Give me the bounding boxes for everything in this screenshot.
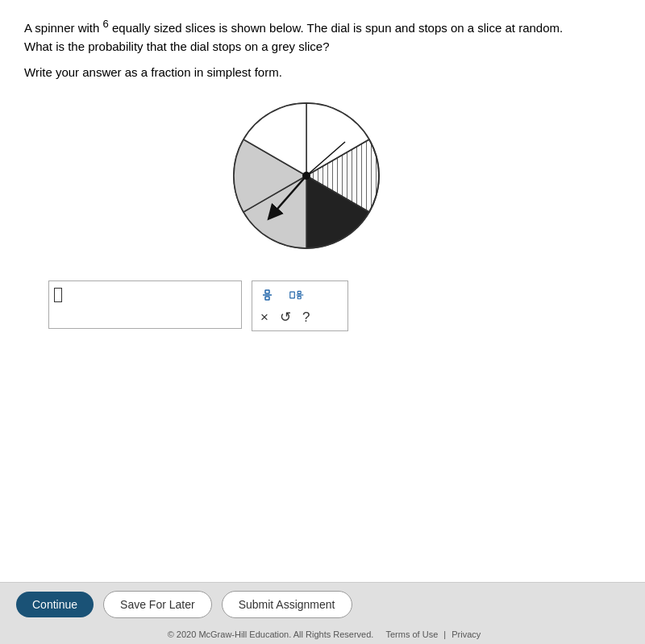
math-toolbar: × ↺ ? (252, 280, 348, 331)
svg-rect-8 (265, 297, 269, 300)
copyright-text: © 2020 McGraw-Hill Education. All Rights… (168, 629, 374, 639)
clear-button[interactable]: × (260, 310, 268, 326)
toolbar-row-2: × ↺ ? (260, 309, 339, 326)
terms-link[interactable]: Terms of Use (385, 629, 438, 639)
pipe-separator: | (443, 629, 448, 639)
instruction-text: Write your answer as a fraction in simpl… (24, 65, 589, 79)
spinner-svg (226, 95, 387, 256)
help-label: ? (302, 310, 310, 326)
cursor-icon (54, 288, 62, 302)
svg-point-5 (302, 172, 310, 180)
undo-button[interactable]: ↺ (280, 309, 291, 326)
svg-rect-9 (290, 292, 295, 298)
fraction-button[interactable] (260, 286, 278, 304)
submit-assignment-button[interactable]: Submit Assignment (222, 591, 352, 618)
help-button[interactable]: ? (302, 310, 310, 326)
save-for-later-button[interactable]: Save For Later (103, 591, 212, 618)
mixed-number-icon (289, 286, 307, 304)
undo-label: ↺ (280, 309, 291, 326)
spinner-container (24, 95, 589, 256)
question-text: A spinner with 6 equally sized slices is… (24, 16, 589, 56)
svg-rect-10 (298, 291, 301, 293)
fraction-icon (260, 286, 278, 304)
num-slices: 6 (103, 18, 109, 30)
toolbar-row-1 (260, 286, 339, 304)
privacy-link[interactable]: Privacy (452, 629, 481, 639)
svg-rect-12 (298, 297, 301, 299)
mixed-number-button[interactable] (289, 286, 307, 304)
main-content: A spinner with 6 equally sized slices is… (0, 0, 613, 428)
footer-buttons: Continue Save For Later Submit Assignmen… (0, 583, 645, 626)
footer-copyright: © 2020 McGraw-Hill Education. All Rights… (0, 626, 645, 644)
svg-rect-6 (265, 290, 269, 293)
answer-input-box[interactable] (48, 280, 242, 329)
footer: Continue Save For Later Submit Assignmen… (0, 582, 645, 644)
continue-button[interactable]: Continue (16, 592, 94, 617)
clear-label: × (260, 310, 268, 326)
answer-area: × ↺ ? (48, 280, 589, 331)
